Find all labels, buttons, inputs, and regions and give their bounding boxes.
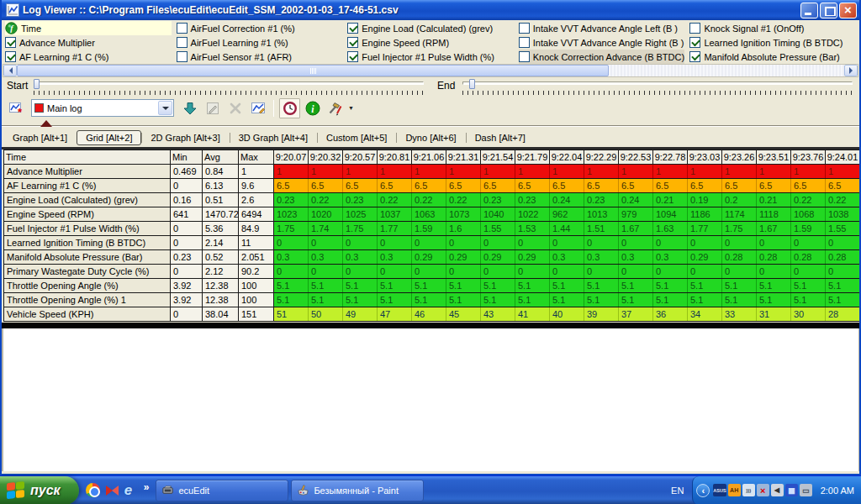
new-graph-button[interactable]: * <box>5 98 26 118</box>
data-cell: 1025 <box>343 207 378 222</box>
close-button[interactable] <box>839 3 857 18</box>
data-cell: 0.3 <box>619 250 653 265</box>
end-slider-thumb[interactable] <box>469 79 475 89</box>
checkbox-unchecked-icon <box>177 37 188 48</box>
scrollbar-thumb[interactable] <box>17 65 609 76</box>
start-slider[interactable] <box>34 79 425 96</box>
param-toggle-fuel-injector-1-pulse-width[interactable]: Fuel Injector #1 Pulse Width (%) <box>347 50 514 64</box>
end-slider[interactable] <box>462 79 854 96</box>
data-cell: 1 <box>412 165 446 179</box>
time-format-button[interactable] <box>279 98 300 118</box>
title-bar[interactable]: Log Viewer :: C:\Program Files\ecuEdit\e… <box>2 0 859 20</box>
log-selector-dropdown[interactable]: Main log <box>31 99 174 117</box>
param-toggle-intake-vvt-advance-angle-right-b[interactable]: Intake VVT Advance Angle Right (B ) <box>519 35 685 50</box>
param-toggle-airfuel-correction-1[interactable]: AirFuel Correction #1 (%) <box>177 21 343 35</box>
tools-dropdown-caret-icon[interactable]: ▼ <box>348 105 354 111</box>
param-toggle-engine-speed-rpm[interactable]: Engine Speed (RPM) <box>347 35 514 50</box>
volume-tray-icon[interactable]: ◀ <box>771 484 784 496</box>
log-data-grid: TimeMinAvgMax9:20.079:20.329:20.579:20.8… <box>3 150 859 322</box>
data-cell: 1094 <box>653 207 688 222</box>
param-toggle-knock-signal-1-onoff[interactable]: Knock Signal #1 (OnOff) <box>689 21 856 35</box>
tab-dyno[interactable]: Dyno [Alt+6] <box>396 130 465 145</box>
start-button[interactable]: пуск <box>0 476 79 504</box>
tray-collapse-chevron-icon[interactable]: ‹ <box>696 484 710 497</box>
start-slider-ticks <box>34 91 424 95</box>
param-toggle-engine-load-calculated-grev[interactable]: Engine Load (Calculated) (grev) <box>347 21 514 35</box>
param-toggle-af-learning-1-c[interactable]: AF Learning #1 C (%) <box>5 50 172 64</box>
param-toggle-intake-vvt-advance-angle-left-b[interactable]: Intake VVT Advance Angle Left (B ) <box>519 21 685 35</box>
checkbox-unchecked-icon <box>177 51 188 62</box>
data-cell: 1 <box>722 165 757 179</box>
scroll-right-button[interactable] <box>844 65 858 76</box>
panel-divider <box>2 323 859 328</box>
end-slider-track[interactable] <box>462 81 853 85</box>
param-toggle-knock-correction-advance-b-btdc[interactable]: Knock Correction Advance (B BTDC) <box>519 50 685 64</box>
app-tray-icon-blue[interactable]: ▦ <box>785 484 798 496</box>
data-cell: 34 <box>688 307 722 322</box>
position-marker-icon[interactable] <box>40 120 52 127</box>
asus-tray-icon[interactable]: ASUS <box>713 484 726 496</box>
start-slider-track[interactable] <box>34 81 424 85</box>
data-cell: 1.59 <box>412 222 446 236</box>
data-cell: 0 <box>550 236 584 250</box>
minimize-button[interactable] <box>800 3 818 18</box>
chrome-icon[interactable] <box>86 483 100 497</box>
data-cell: 0 <box>343 265 378 279</box>
data-cell: 51 <box>274 307 309 322</box>
butterfly-browser-icon[interactable] <box>105 483 119 497</box>
param-toggle-manifold-absolute-pressure-bar[interactable]: Manifold Absolute Pressure (Bar) <box>689 50 856 64</box>
data-cell: 5.1 <box>653 279 688 293</box>
grid-row-vehicle-speed-kph: Vehicle Speed (KPH)038.04151515049474645… <box>4 307 860 322</box>
display-signal-tray-icon[interactable]: ))) <box>742 484 755 496</box>
grid-header-time-9-21-54: 9:21.54 <box>481 150 515 165</box>
task-button-paint[interactable]: Безымянный - Paint <box>291 480 424 501</box>
app-tray-icon-gray[interactable]: ▭ <box>800 484 812 496</box>
data-cell: 5.1 <box>550 293 584 307</box>
checkbox-checked-icon <box>689 37 700 48</box>
internet-explorer-icon[interactable] <box>124 483 139 497</box>
tab-grid[interactable]: Grid [Alt+2] <box>77 130 141 145</box>
tab-2d-graph[interactable]: 2D Graph [Alt+3] <box>141 130 229 145</box>
params-horizontal-scrollbar[interactable] <box>3 64 858 77</box>
restore-button[interactable] <box>820 3 837 18</box>
param-toggle-learned-ignition-timing-b-btdc[interactable]: Learned Ignition Timing (B BTDC) <box>689 35 856 50</box>
data-cell: 50 <box>309 307 343 322</box>
ahnlab-tray-icon[interactable]: AH <box>728 484 741 496</box>
graph-button[interactable] <box>247 98 268 118</box>
data-cell: 0.23 <box>343 193 378 207</box>
tab-dash[interactable]: Dash [Alt+7] <box>466 130 535 145</box>
param-toggle-time[interactable]: fTime <box>5 21 172 35</box>
data-cell: 0 <box>584 265 619 279</box>
log-viewer-window: Log Viewer :: C:\Program Files\ecuEdit\e… <box>0 0 861 475</box>
dropdown-arrow-icon[interactable] <box>158 101 172 115</box>
stat-cell: 641 <box>171 207 203 222</box>
tab-3d-graph[interactable]: 3D Graph [Alt+4] <box>230 130 317 145</box>
scroll-left-button[interactable] <box>3 65 17 76</box>
quick-launch-overflow-chevron[interactable]: » <box>144 481 150 493</box>
apply-log-button[interactable] <box>179 98 200 118</box>
param-toggle-advance-multiplier[interactable]: Advance Multiplier <box>5 35 172 50</box>
stat-cell: 5.36 <box>203 222 239 236</box>
stat-cell: 151 <box>239 307 274 322</box>
data-cell: 1.63 <box>653 222 688 236</box>
tab-graph[interactable]: Graph [Alt+1] <box>3 130 77 145</box>
info-button[interactable]: i <box>302 98 323 118</box>
tab-custom[interactable]: Custom [Alt+5] <box>317 130 396 145</box>
grid-header-avg: Avg <box>203 150 239 165</box>
grid-row-learned-ignition-timing-b-btdc: Learned Ignition Timing (B BTDC)02.14110… <box>4 236 860 250</box>
language-indicator[interactable]: EN <box>663 486 692 496</box>
scrollbar-track[interactable] <box>17 65 844 76</box>
checkbox-checked-icon <box>347 51 358 62</box>
param-toggle-airfuel-learning-1[interactable]: AirFuel Learning #1 (%) <box>177 35 343 50</box>
data-cell: 0 <box>309 265 343 279</box>
quick-launch-bar: » <box>79 476 156 504</box>
start-slider-thumb[interactable] <box>34 79 40 89</box>
grid-header-time-9-21-31: 9:21.31 <box>446 150 481 165</box>
data-cell: 0 <box>688 236 722 250</box>
tools-button[interactable] <box>325 98 346 118</box>
task-button-ecuedit[interactable]: ecuEdit <box>156 480 288 501</box>
network-offline-tray-icon[interactable]: × <box>757 484 769 496</box>
param-toggle-airfuel-sensor-1-afr[interactable]: AirFuel Sensor #1 (AFR) <box>177 50 343 64</box>
param-column-4: Intake VVT Advance Angle Left (B )Intake… <box>519 21 685 63</box>
end-label: End <box>437 79 462 92</box>
